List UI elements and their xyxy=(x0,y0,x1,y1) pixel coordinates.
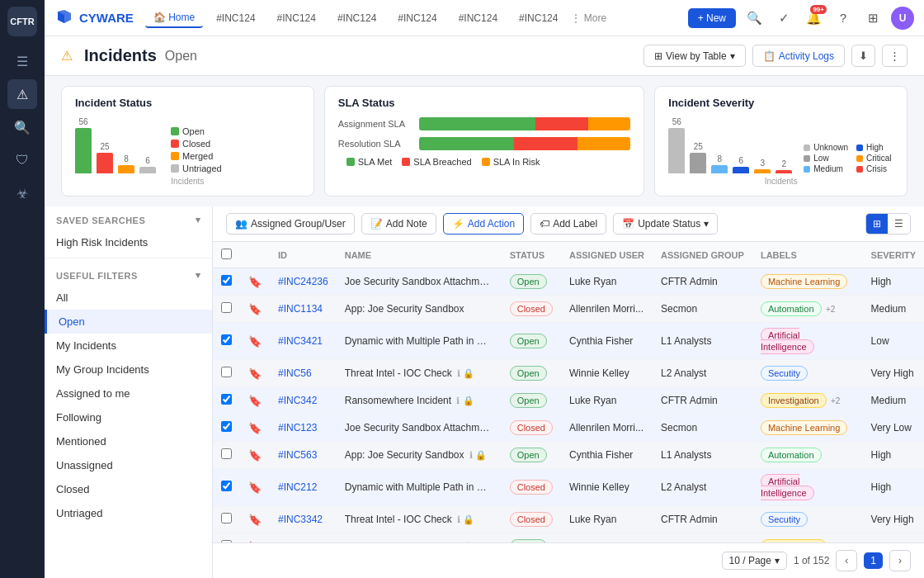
bookmark-icon[interactable]: 🔖 xyxy=(248,449,262,462)
select-all-checkbox[interactable] xyxy=(221,249,232,259)
row-checkbox[interactable] xyxy=(221,481,232,491)
row-bookmark-cell[interactable]: 🔖 xyxy=(240,506,270,533)
update-status-button[interactable]: 📅 Update Status ▾ xyxy=(613,213,718,235)
sidebar-icon-incidents[interactable]: ⚠ xyxy=(7,79,37,109)
add-action-button[interactable]: ⚡ Add Action xyxy=(443,213,524,235)
download-button[interactable]: ⬇ xyxy=(851,45,875,67)
notifications-icon-btn[interactable]: 🔔 99+ xyxy=(802,7,825,30)
bookmark-icon[interactable]: 🔖 xyxy=(248,395,262,407)
sidebar-icon-bio[interactable]: ☣ xyxy=(7,178,37,208)
row-assigned-user: Allenrilen Morri... xyxy=(561,415,653,442)
page-size-select[interactable]: 10 / Page ▾ xyxy=(722,552,787,570)
nav-tab-inc2[interactable]: #INC124 xyxy=(269,9,324,27)
filter-untriaged[interactable]: Untriaged xyxy=(45,501,212,525)
nav-tab-inc5[interactable]: #INC124 xyxy=(450,9,506,27)
new-button[interactable]: + New xyxy=(688,8,736,28)
row-checkbox-cell[interactable] xyxy=(213,469,240,506)
row-id[interactable]: #INC3421 xyxy=(270,323,337,360)
nav-tab-inc3[interactable]: #INC124 xyxy=(329,9,384,27)
tasks-icon-btn[interactable]: ✓ xyxy=(772,7,795,30)
row-bookmark-cell[interactable]: 🔖 xyxy=(240,323,270,360)
sidebar-icon-intel[interactable]: 🔍 xyxy=(7,112,37,142)
filter-mentioned[interactable]: Mentioned xyxy=(45,429,212,453)
row-checkbox-cell[interactable] xyxy=(213,506,240,533)
row-id[interactable]: #INC56 xyxy=(270,360,337,387)
filter-closed[interactable]: Closed xyxy=(45,477,212,501)
search-icon-btn[interactable]: 🔍 xyxy=(742,7,766,30)
add-note-button[interactable]: 📝 Add Note xyxy=(361,213,436,235)
bookmark-icon[interactable]: 🔖 xyxy=(248,481,262,494)
row-status: Closed xyxy=(502,469,561,506)
row-id[interactable]: #INC1134 xyxy=(270,296,337,323)
next-page-button[interactable]: › xyxy=(889,550,911,571)
row-id[interactable]: #INC341 xyxy=(270,533,337,543)
row-id[interactable]: #INC212 xyxy=(270,469,337,506)
row-checkbox[interactable] xyxy=(221,275,232,286)
row-bookmark-cell[interactable]: 🔖 xyxy=(240,360,270,387)
row-checkbox[interactable] xyxy=(221,513,232,524)
nav-tab-inc6[interactable]: #INC124 xyxy=(511,9,566,27)
more-options-button[interactable]: ⋮ xyxy=(882,45,908,67)
row-bookmark-cell[interactable]: 🔖 xyxy=(240,415,270,442)
filter-open[interactable]: Open xyxy=(45,310,212,334)
row-checkbox-cell[interactable] xyxy=(213,442,240,469)
filter-following[interactable]: Following xyxy=(45,405,212,429)
table-scroll[interactable]: ID NAME STATUS ASSIGNED USER ASSIGNED GR… xyxy=(213,242,924,542)
row-checkbox-cell[interactable] xyxy=(213,323,240,360)
row-checkbox-cell[interactable] xyxy=(213,533,240,543)
saved-search-high-risk[interactable]: High Risk Incidents xyxy=(45,230,212,254)
row-status: Open xyxy=(502,360,561,387)
activity-logs-button[interactable]: 📋 Activity Logs xyxy=(752,45,845,67)
th-assigned-user: ASSIGNED USER xyxy=(561,242,653,268)
nav-tab-inc1[interactable]: #INC124 xyxy=(208,9,263,27)
nav-tab-inc4[interactable]: #INC124 xyxy=(389,9,445,27)
grid-view-button[interactable]: ⊞ xyxy=(866,214,888,234)
add-label-button[interactable]: 🏷 Add Label xyxy=(530,213,606,235)
row-checkbox[interactable] xyxy=(221,421,232,432)
bookmark-icon[interactable]: 🔖 xyxy=(248,276,262,288)
row-checkbox-cell[interactable] xyxy=(213,296,240,323)
row-id[interactable]: #INC24236 xyxy=(270,268,337,296)
row-bookmark-cell[interactable]: 🔖 xyxy=(240,268,270,296)
filter-my-group-incidents[interactable]: My Group Incidents xyxy=(45,358,212,381)
row-checkbox-cell[interactable] xyxy=(213,268,240,296)
assigned-group-user-button[interactable]: 👥 Assigned Group/User xyxy=(226,213,355,235)
row-checkbox[interactable] xyxy=(221,394,232,405)
filter-unassigned[interactable]: Unassigned xyxy=(45,453,212,477)
help-icon-btn[interactable]: ? xyxy=(832,7,855,30)
sidebar-icon-menu[interactable]: ☰ xyxy=(7,46,37,76)
row-id[interactable]: #INC123 xyxy=(270,415,337,442)
filter-assigned-to-me[interactable]: Assigned to me xyxy=(45,381,212,405)
bookmark-icon[interactable]: 🔖 xyxy=(248,367,262,380)
row-id[interactable]: #INC342 xyxy=(270,387,337,415)
filter-my-incidents[interactable]: My Incidents xyxy=(45,334,212,358)
bookmark-icon[interactable]: 🔖 xyxy=(248,303,262,315)
row-bookmark-cell[interactable]: 🔖 xyxy=(240,442,270,469)
nav-tab-home[interactable]: 🏠 Home xyxy=(145,8,203,28)
row-bookmark-cell[interactable]: 🔖 xyxy=(240,469,270,506)
nav-more[interactable]: ⋮ More xyxy=(571,12,606,24)
filter-all[interactable]: All xyxy=(45,286,212,310)
row-checkbox-cell[interactable] xyxy=(213,387,240,415)
row-checkbox-cell[interactable] xyxy=(213,360,240,387)
row-checkbox[interactable] xyxy=(221,334,232,345)
row-checkbox[interactable] xyxy=(221,302,232,313)
sidebar-icon-threat[interactable]: 🛡 xyxy=(7,145,37,175)
row-checkbox[interactable] xyxy=(221,367,232,377)
row-bookmark-cell[interactable]: 🔖 xyxy=(240,533,270,543)
apps-icon-btn[interactable]: ⊞ xyxy=(861,7,884,30)
row-id[interactable]: #INC3342 xyxy=(270,506,337,533)
list-view-button[interactable]: ☰ xyxy=(888,214,910,234)
row-checkbox-cell[interactable] xyxy=(213,415,240,442)
row-bookmark-cell[interactable]: 🔖 xyxy=(240,296,270,323)
row-bookmark-cell[interactable]: 🔖 xyxy=(240,387,270,415)
user-avatar[interactable]: U xyxy=(891,7,914,30)
row-checkbox[interactable] xyxy=(221,448,232,459)
prev-page-button[interactable]: ‹ xyxy=(836,550,857,571)
bookmark-icon[interactable]: 🔖 xyxy=(248,335,262,348)
row-id[interactable]: #INC563 xyxy=(270,442,337,469)
bookmark-icon[interactable]: 🔖 xyxy=(248,422,262,434)
view-table-button[interactable]: ⊞ View by Table ▾ xyxy=(644,45,746,67)
bookmark-icon[interactable]: 🔖 xyxy=(248,514,262,526)
row-severity: Very Low xyxy=(863,415,924,442)
